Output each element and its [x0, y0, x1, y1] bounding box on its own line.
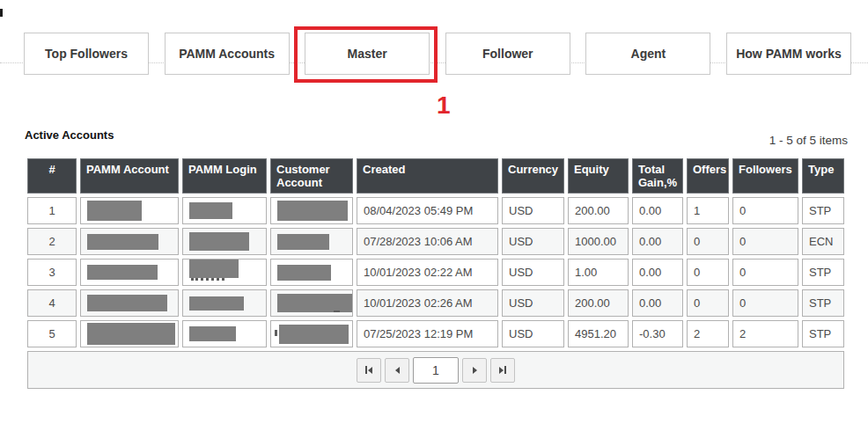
col-header-equity[interactable]: Equity: [568, 158, 629, 194]
table-row: 4 10/01/2023 02:26 AM USD 200.00 0.00 0 …: [27, 289, 844, 317]
next-page-button[interactable]: [462, 358, 487, 383]
offers-cell: 2: [687, 320, 729, 347]
total-gain-cell: 0.00: [632, 289, 683, 317]
table-header-row: # PAMM Account PAMM Login Customer Accou…: [27, 158, 844, 194]
created-cell: 07/25/2023 12:19 PM: [357, 320, 498, 347]
equity-cell: 200.00: [568, 289, 629, 317]
offers-cell: 0: [687, 289, 729, 317]
table-row: 2 07/28/2023 10:06 AM USD 1000.00 0.00 0…: [27, 228, 844, 255]
followers-cell: 0: [732, 259, 798, 286]
equity-cell: 200.00: [568, 197, 629, 224]
followers-cell: 0: [732, 197, 798, 224]
cropped-edge-mark: [0, 9, 3, 17]
redacted-value: [277, 234, 329, 250]
col-header-created[interactable]: Created: [357, 158, 498, 194]
col-header-offers[interactable]: Offers: [687, 158, 729, 194]
pamm-login-cell: [182, 320, 267, 347]
currency-cell: USD: [502, 289, 564, 317]
offers-cell: 1: [687, 197, 729, 224]
previous-page-icon: [395, 367, 400, 374]
page-number-input[interactable]: [413, 357, 459, 384]
equity-cell: 1000.00: [568, 228, 629, 255]
section-title: Active Accounts: [25, 128, 114, 142]
active-accounts-table: # PAMM Account PAMM Login Customer Accou…: [24, 155, 848, 392]
tab-master[interactable]: Master: [305, 33, 430, 75]
redacted-value: [87, 234, 158, 250]
col-header-total-gain[interactable]: Total Gain,%: [632, 158, 683, 194]
created-cell: 10/01/2023 02:26 AM: [357, 289, 498, 317]
total-gain-cell: 0.00: [632, 259, 683, 286]
redacted-value: [87, 201, 142, 221]
redacted-value: [189, 296, 244, 311]
pager-bar: [27, 351, 844, 389]
pamm-accounts-page: Top Followers PAMM Accounts Master Follo…: [0, 0, 868, 424]
type-cell: STP: [802, 259, 844, 286]
table-row: 1 08/04/2023 05:49 PM USD 200.00 0.00 1 …: [27, 197, 844, 224]
customer-account-cell: [270, 320, 353, 347]
type-cell: STP: [802, 320, 844, 347]
text-remnant: [275, 330, 277, 336]
pamm-login-cell: [182, 197, 267, 224]
total-gain-cell: 0.00: [632, 197, 683, 224]
table-row: 5 07/25/2023 12:19 PM USD 4951.20 -0.30 …: [27, 320, 844, 347]
created-cell: 07/28/2023 10:06 AM: [357, 228, 498, 255]
tab-pamm-accounts[interactable]: PAMM Accounts: [165, 33, 290, 75]
items-count-label: 1 - 5 of 5 items: [769, 134, 848, 147]
equity-cell: 1.00: [568, 259, 629, 286]
tab-how-pamm-works[interactable]: How PAMM works: [726, 33, 851, 75]
tab-agent[interactable]: Agent: [585, 33, 710, 75]
tab-top-followers[interactable]: Top Followers: [24, 33, 149, 75]
pamm-login-cell: [182, 259, 267, 286]
pagination-controls: [28, 357, 843, 384]
row-number: 5: [27, 320, 77, 347]
currency-cell: USD: [502, 320, 564, 347]
redacted-value: [279, 325, 349, 344]
redacted-value: [277, 294, 352, 312]
pamm-login-cell: [182, 228, 267, 255]
row-number: 3: [27, 259, 77, 286]
total-gain-cell: -0.30: [632, 320, 683, 347]
col-header-pamm-login[interactable]: PAMM Login: [182, 158, 267, 194]
row-number: 1: [27, 197, 77, 224]
col-header-currency[interactable]: Currency: [502, 158, 564, 194]
customer-account-cell: [270, 197, 353, 224]
redacted-value: [189, 232, 249, 251]
total-gain-cell: 0.00: [632, 228, 683, 255]
col-header-number[interactable]: #: [27, 158, 77, 194]
col-header-followers[interactable]: Followers: [732, 158, 798, 194]
customer-account-cell: [270, 289, 353, 317]
pamm-account-cell: [80, 320, 179, 347]
redacted-value: [189, 326, 236, 341]
first-page-button[interactable]: [357, 358, 381, 383]
prev-page-button[interactable]: [385, 358, 409, 383]
redacted-value: [189, 259, 239, 278]
currency-cell: USD: [502, 228, 564, 255]
followers-cell: 2: [732, 320, 798, 347]
currency-cell: USD: [502, 197, 564, 224]
followers-cell: 0: [732, 228, 798, 255]
redacted-value: [277, 265, 331, 281]
created-cell: 10/01/2023 02:22 AM: [357, 259, 498, 286]
pamm-account-cell: [80, 228, 179, 255]
equity-cell: 4951.20: [568, 320, 629, 347]
customer-account-cell: [270, 228, 353, 255]
col-header-pamm-account[interactable]: PAMM Account: [80, 158, 179, 194]
col-header-customer-account[interactable]: Customer Account: [270, 158, 353, 194]
last-page-button[interactable]: [490, 358, 515, 383]
seek-to-last-page-icon: [499, 367, 504, 374]
type-cell: STP: [802, 197, 844, 224]
annotation-step-number: 1: [437, 91, 451, 120]
type-cell: STP: [802, 289, 844, 317]
redacted-value: [277, 201, 348, 221]
pager-row: [27, 351, 844, 389]
table-row: 3 10/01/2023 02:22 AM USD 1.00 0.00 0 0 …: [27, 259, 844, 286]
pamm-account-cell: [80, 197, 179, 224]
currency-cell: USD: [502, 259, 564, 286]
tab-follower[interactable]: Follower: [445, 33, 570, 75]
redacted-value: [87, 295, 167, 311]
col-header-type[interactable]: Type: [802, 158, 844, 194]
row-number: 2: [27, 228, 77, 255]
row-number: 4: [27, 289, 77, 317]
text-remnant: [334, 311, 340, 312]
offers-cell: 0: [687, 228, 729, 255]
